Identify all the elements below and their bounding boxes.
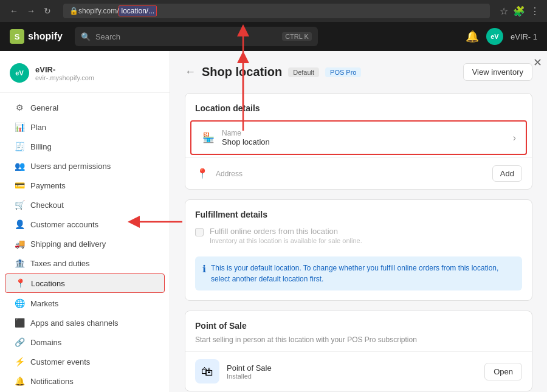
address-bar[interactable]: 🔒 shopify.com/location/... [63, 4, 490, 18]
fulfill-online-checkbox[interactable] [195, 228, 204, 236]
customer-accounts-icon: 👤 [15, 219, 24, 229]
profile-avatar: eV [10, 63, 29, 83]
fulfill-online-subtext: Inventory at this location is available … [210, 237, 362, 244]
sidebar-item-notifications[interactable]: 🔔 Notifications [5, 372, 165, 390]
back-button[interactable]: ← [185, 66, 196, 78]
apps-icon: ⬛ [15, 318, 24, 328]
menu-icon[interactable]: ⋮ [530, 5, 540, 17]
header-username: eVIR- 1 [511, 32, 537, 41]
sidebar-item-users[interactable]: 👥 Users and permissions [5, 157, 165, 175]
sidebar-item-general[interactable]: ⚙ General [5, 98, 165, 117]
pos-card: Point of Sale Start selling in person at… [185, 311, 532, 391]
open-pos-button[interactable]: Open [484, 363, 522, 380]
sidebar-item-label: Taxes and duties [30, 259, 90, 268]
sidebar-item-customer-events[interactable]: ⚡ Customer events [5, 352, 165, 371]
back-nav-button[interactable]: ← [7, 5, 21, 17]
sidebar-item-plan[interactable]: 📊 Plan [5, 118, 165, 136]
locations-icon: 📍 [15, 278, 25, 288]
sidebar-item-domains[interactable]: 🔗 Domains [5, 333, 165, 351]
location-details-card: Location details 🏪 Name Shop location › … [185, 93, 532, 190]
search-icon: 🔍 [81, 32, 91, 41]
sidebar-item-label: Billing [30, 142, 52, 151]
profile-name: eVIR- [35, 65, 94, 74]
sidebar-item-label: Markets [30, 299, 58, 308]
sidebar: eV eVIR- evir-.myshopify.com ⚙ General 📊… [0, 51, 170, 392]
pos-status: Installed [227, 373, 477, 380]
name-row-content: Name Shop location [222, 129, 513, 146]
markets-icon: 🌐 [15, 298, 24, 308]
sidebar-item-apps[interactable]: ⬛ Apps and sales channels [5, 314, 165, 332]
plan-icon: 📊 [15, 122, 24, 132]
sidebar-item-label: Users and permissions [30, 162, 111, 171]
pos-title: Point of Sale [185, 311, 532, 335]
payments-icon: 💳 [15, 181, 24, 190]
checkout-icon: 🛒 [15, 200, 24, 210]
sidebar-item-label: Shipping and delivery [30, 239, 106, 249]
billing-icon: 🧾 [15, 142, 24, 151]
sidebar-item-label: Customer events [30, 357, 90, 366]
notification-bell-icon[interactable]: 🔔 [466, 30, 479, 43]
browser-nav-buttons: ← → ↻ [7, 5, 53, 17]
info-banner: ℹ This is your default location. To chan… [195, 256, 522, 291]
address-base: shopify.com/ [78, 7, 119, 15]
location-details-title: Location details [185, 94, 532, 118]
address-lock-icon: 🔒 [69, 7, 78, 15]
sidebar-item-checkout[interactable]: 🛒 Checkout [5, 196, 165, 214]
pos-row: 🛍 Point of Sale Installed Open [185, 351, 532, 391]
sidebar-profile: eV eVIR- evir-.myshopify.com [0, 58, 170, 93]
search-placeholder: Search [95, 32, 120, 41]
sidebar-item-customer-accounts[interactable]: 👤 Customer accounts [5, 215, 165, 233]
fulfillment-title: Fulfillment details [185, 200, 532, 227]
extension-icon[interactable]: 🧩 [513, 5, 525, 17]
browser-chrome: ← → ↻ 🔒 shopify.com/location/... ☆ 🧩 ⋮ [0, 0, 547, 22]
taxes-icon: 🏦 [15, 258, 24, 268]
address-row-content: Address [216, 170, 492, 178]
sidebar-item-label: Notifications [30, 377, 74, 386]
header-avatar[interactable]: eV [486, 28, 503, 45]
fulfill-online-label: Fulfill online orders from this location [210, 227, 362, 236]
sidebar-item-label: Plan [30, 123, 46, 132]
name-value: Shop location [222, 137, 513, 146]
shopify-header: S shopify 🔍 Search CTRL K 🔔 eV eVIR- 1 [0, 22, 547, 51]
forward-nav-button[interactable]: → [24, 5, 38, 17]
sidebar-item-markets[interactable]: 🌐 Markets [5, 294, 165, 312]
sidebar-item-shipping[interactable]: 🚚 Shipping and delivery [5, 235, 165, 253]
sidebar-item-payments[interactable]: 💳 Payments [5, 176, 165, 194]
sidebar-item-label: Domains [30, 338, 61, 347]
shipping-icon: 🚚 [15, 239, 24, 249]
pos-app-icon: 🛍 [195, 359, 219, 383]
sidebar-item-locations[interactable]: 📍 Locations [5, 273, 165, 293]
address-row: 📍 Address Add [185, 157, 532, 189]
reload-nav-button[interactable]: ↻ [41, 5, 53, 17]
pos-subtitle: Start selling in person at this location… [185, 335, 532, 351]
profile-email: evir-.myshopify.com [35, 74, 94, 81]
search-bar[interactable]: 🔍 Search CTRL K [75, 27, 318, 46]
add-address-button[interactable]: Add [492, 165, 522, 182]
fulfill-online-row: Fulfill online orders from this location… [185, 227, 532, 252]
close-button[interactable]: ✕ [533, 56, 542, 69]
address-icon: 📍 [195, 167, 210, 181]
sidebar-item-label: Locations [31, 279, 65, 288]
view-inventory-button[interactable]: View inventory [463, 63, 532, 81]
name-label: Name [222, 129, 513, 137]
info-icon: ℹ [202, 263, 206, 275]
bookmark-icon[interactable]: ☆ [500, 5, 508, 17]
customer-events-icon: ⚡ [15, 357, 24, 366]
pos-info: Point of Sale Installed [227, 363, 477, 380]
sidebar-item-label: General [30, 103, 58, 112]
pos-pro-badge: POS Pro [325, 67, 361, 77]
address-highlight: location/... [119, 5, 157, 16]
sidebar-item-label: Customer accounts [30, 220, 98, 229]
shopify-logo-icon: S [10, 29, 24, 44]
name-chevron-icon: › [513, 132, 516, 143]
general-icon: ⚙ [15, 103, 24, 112]
shopify-logo-text: shopify [28, 31, 63, 42]
sidebar-item-taxes[interactable]: 🏦 Taxes and duties [5, 254, 165, 272]
sidebar-item-billing[interactable]: 🧾 Billing [5, 137, 165, 156]
shopify-logo: S shopify [10, 29, 63, 44]
fulfill-online-text: Fulfill online orders from this location… [210, 227, 362, 244]
location-name-icon: 🏪 [201, 131, 216, 145]
users-icon: 👥 [15, 161, 24, 171]
sidebar-item-label: Apps and sales channels [30, 318, 119, 328]
name-row[interactable]: 🏪 Name Shop location › [190, 120, 527, 155]
